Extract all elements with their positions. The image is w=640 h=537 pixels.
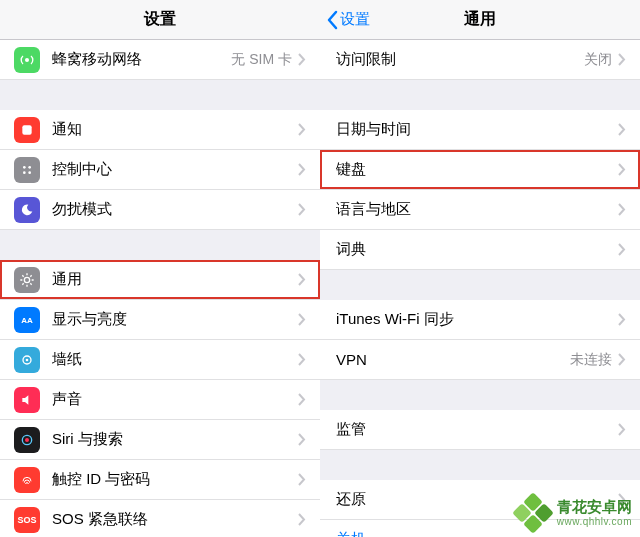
row-itunes-wifi[interactable]: iTunes Wi-Fi 同步: [320, 300, 640, 340]
chevron-right-icon: [618, 243, 626, 256]
svg-point-5: [28, 171, 31, 174]
row-label: 关机: [336, 530, 626, 537]
row-label: Siri 与搜索: [52, 430, 298, 449]
row-value: 未连接: [570, 351, 612, 369]
row-label: 通知: [52, 120, 298, 139]
row-label: 访问限制: [336, 50, 584, 69]
cellular-icon: [14, 47, 40, 73]
svg-point-9: [26, 358, 29, 361]
back-label: 设置: [340, 10, 370, 29]
chevron-right-icon: [298, 353, 306, 366]
row-label: VPN: [336, 351, 570, 368]
row-label: 语言与地区: [336, 200, 618, 219]
chevron-right-icon: [298, 163, 306, 176]
nav-header: 设置: [0, 0, 320, 40]
row-label: 通用: [52, 270, 298, 289]
svg-rect-1: [22, 125, 31, 134]
row-label: 键盘: [336, 160, 618, 179]
row-label: 日期与时间: [336, 120, 618, 139]
chevron-right-icon: [298, 393, 306, 406]
sos-icon: SOS: [14, 507, 40, 533]
row-dictionary[interactable]: 词典: [320, 230, 640, 270]
row-vpn[interactable]: VPN 未连接: [320, 340, 640, 380]
chevron-right-icon: [618, 123, 626, 136]
general-screen: 设置 通用 访问限制 关闭 日期与时间 键盘 语言与地区 词典 iTu: [320, 0, 640, 537]
svg-point-0: [25, 58, 29, 62]
dnd-icon: [14, 197, 40, 223]
chevron-right-icon: [298, 123, 306, 136]
row-label: 监管: [336, 420, 618, 439]
svg-point-3: [28, 166, 31, 169]
group-separator: [0, 230, 320, 260]
row-keyboard[interactable]: 键盘: [320, 150, 640, 190]
group-separator: [320, 80, 640, 110]
row-control-center[interactable]: 控制中心: [0, 150, 320, 190]
chevron-right-icon: [618, 353, 626, 366]
row-label: SOS 紧急联络: [52, 510, 298, 529]
row-notifications[interactable]: 通知: [0, 110, 320, 150]
svg-point-11: [25, 438, 29, 442]
svg-point-2: [23, 166, 26, 169]
notifications-icon: [14, 117, 40, 143]
general-icon: [14, 267, 40, 293]
chevron-right-icon: [298, 433, 306, 446]
touchid-icon: [14, 467, 40, 493]
page-title: 通用: [464, 9, 496, 30]
chevron-right-icon: [298, 53, 306, 66]
row-label: 墙纸: [52, 350, 298, 369]
group-separator: [320, 450, 640, 480]
row-siri[interactable]: Siri 与搜索: [0, 420, 320, 460]
chevron-right-icon: [618, 163, 626, 176]
row-cellular[interactable]: 蜂窝移动网络 无 SIM 卡: [0, 40, 320, 80]
siri-icon: [14, 427, 40, 453]
sos-badge-text: SOS: [17, 515, 36, 525]
row-label: 勿扰模式: [52, 200, 298, 219]
chevron-right-icon: [298, 513, 306, 526]
row-sound[interactable]: 声音: [0, 380, 320, 420]
watermark-name: 青花安卓网: [557, 499, 632, 516]
chevron-right-icon: [618, 203, 626, 216]
row-label: 声音: [52, 390, 298, 409]
chevron-right-icon: [298, 273, 306, 286]
chevron-right-icon: [618, 53, 626, 66]
group-separator: [0, 80, 320, 110]
row-dnd[interactable]: 勿扰模式: [0, 190, 320, 230]
settings-screen: 设置 蜂窝移动网络 无 SIM 卡 通知 控制中心: [0, 0, 320, 537]
row-label: 显示与亮度: [52, 310, 298, 329]
row-datetime[interactable]: 日期与时间: [320, 110, 640, 150]
svg-point-6: [24, 277, 29, 282]
row-display[interactable]: AA 显示与亮度: [0, 300, 320, 340]
control-center-icon: [14, 157, 40, 183]
sound-icon: [14, 387, 40, 413]
watermark: 青花安卓网 www.qhhlv.com: [515, 495, 632, 531]
svg-text:AA: AA: [21, 316, 33, 325]
row-label: 词典: [336, 240, 618, 259]
chevron-right-icon: [298, 203, 306, 216]
chevron-right-icon: [618, 313, 626, 326]
row-touchid[interactable]: 触控 ID 与密码: [0, 460, 320, 500]
row-general[interactable]: 通用: [0, 260, 320, 300]
nav-header: 设置 通用: [320, 0, 640, 40]
row-value: 关闭: [584, 51, 612, 69]
row-label: 触控 ID 与密码: [52, 470, 298, 489]
watermark-logo-icon: [515, 495, 551, 531]
wallpaper-icon: [14, 347, 40, 373]
chevron-right-icon: [618, 423, 626, 436]
watermark-url: www.qhhlv.com: [557, 516, 632, 527]
row-wallpaper[interactable]: 墙纸: [0, 340, 320, 380]
group-separator: [320, 270, 640, 300]
group-separator: [320, 380, 640, 410]
row-restrictions[interactable]: 访问限制 关闭: [320, 40, 640, 80]
svg-point-4: [23, 171, 26, 174]
chevron-right-icon: [298, 473, 306, 486]
row-language[interactable]: 语言与地区: [320, 190, 640, 230]
row-profiles[interactable]: 监管: [320, 410, 640, 450]
row-sos[interactable]: SOS SOS 紧急联络: [0, 500, 320, 537]
chevron-right-icon: [298, 313, 306, 326]
row-label: iTunes Wi-Fi 同步: [336, 310, 618, 329]
page-title: 设置: [144, 9, 176, 30]
row-label: 控制中心: [52, 160, 298, 179]
row-label: 蜂窝移动网络: [52, 50, 231, 69]
back-button[interactable]: 设置: [326, 0, 370, 39]
row-value: 无 SIM 卡: [231, 51, 292, 69]
